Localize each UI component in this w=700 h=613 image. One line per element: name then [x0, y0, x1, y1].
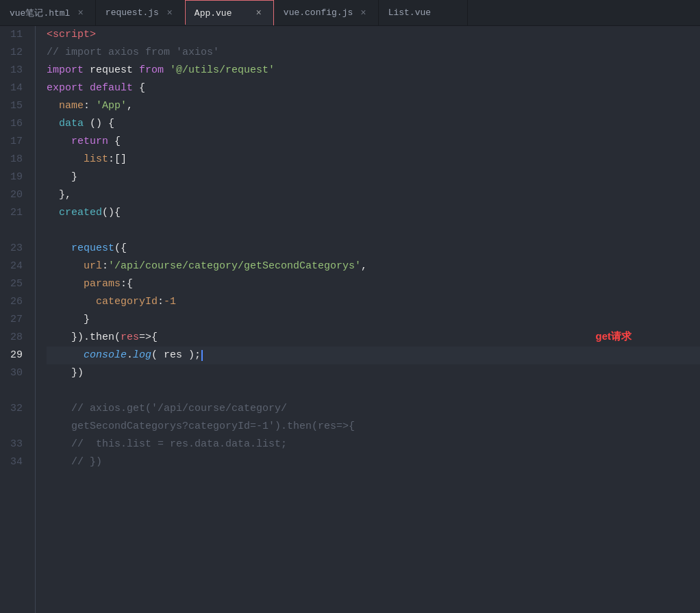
code-content: <script> // import axios from 'axios' im…	[36, 26, 700, 471]
code-line: request({	[47, 240, 700, 258]
editor-body: 11 12 13 14 15 16 17 18 19 20 21 23 24 2…	[0, 26, 700, 613]
editor-container: vue笔记.html × request.js × App.vue × vue.…	[0, 0, 700, 613]
code-line: name: 'App',	[47, 97, 700, 115]
code-line: // this.list = res.data.data.list;	[47, 436, 700, 453]
tab-list-vue[interactable]: List.vue	[379, 0, 468, 25]
code-line: },	[47, 186, 700, 204]
code-line: list:[]	[47, 151, 700, 168]
code-line: categoryId:-1	[47, 293, 700, 311]
code-line	[47, 222, 700, 240]
code-line: created(){	[47, 204, 700, 222]
tab-app-vue[interactable]: App.vue ×	[185, 0, 274, 25]
code-line	[47, 382, 700, 400]
tab-label: request.js	[105, 8, 159, 18]
close-icon[interactable]: ×	[75, 7, 85, 19]
close-icon[interactable]: ×	[253, 7, 263, 19]
code-line: // axios.get('/api/course/category/	[47, 400, 700, 418]
tab-vue-notes[interactable]: vue笔记.html ×	[0, 0, 96, 25]
code-line: params:{	[47, 275, 700, 293]
code-line: data () {	[47, 115, 700, 133]
tab-vue-config[interactable]: vue.config.js ×	[274, 0, 379, 25]
code-line: return {	[47, 133, 700, 151]
code-line: url:'/api/course/category/getSecondCateg…	[47, 258, 700, 275]
code-line: }	[47, 168, 700, 186]
code-line: import request from '@/utils/request'	[47, 62, 700, 79]
tab-label: vue.config.js	[284, 8, 353, 18]
line-numbers: 11 12 13 14 15 16 17 18 19 20 21 23 24 2…	[0, 26, 36, 613]
close-icon[interactable]: ×	[164, 7, 174, 19]
tab-label: App.vue	[195, 8, 232, 18]
code-line: })	[47, 364, 700, 382]
code-line: <script>	[47, 26, 700, 44]
code-line-active: console.log( res );	[47, 347, 700, 364]
code-line: getSecondCategorys?categoryId=-1').then(…	[47, 418, 700, 436]
code-line: // })	[47, 453, 700, 471]
tab-label: vue笔记.html	[10, 7, 70, 19]
code-line: // import axios from 'axios'	[47, 44, 700, 62]
tab-request-js[interactable]: request.js ×	[96, 0, 185, 25]
code-line: export default {	[47, 79, 700, 97]
get-annotation: get请求	[596, 330, 632, 343]
tab-bar: vue笔记.html × request.js × App.vue × vue.…	[0, 0, 700, 26]
text-cursor	[201, 350, 203, 361]
code-line: }	[47, 311, 700, 329]
tab-label: List.vue	[388, 8, 431, 18]
close-icon[interactable]: ×	[358, 7, 368, 19]
